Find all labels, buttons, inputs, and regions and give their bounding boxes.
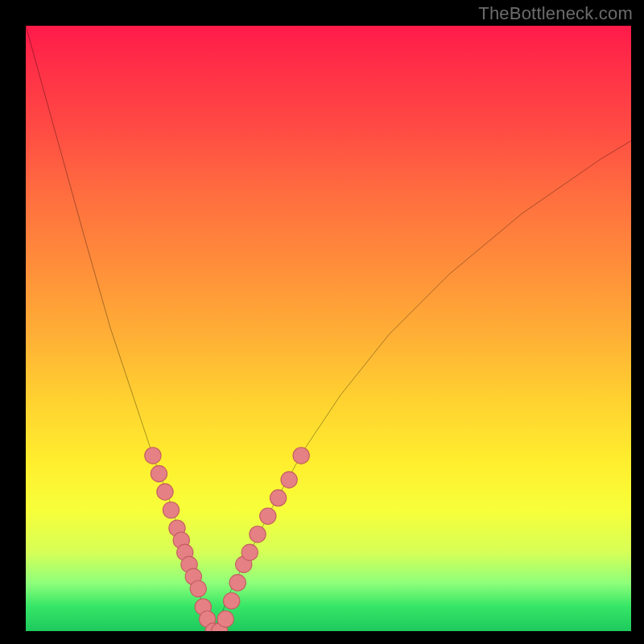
chart-frame: TheBottleneck.com [0, 0, 644, 644]
curve-marker [270, 489, 286, 506]
bottleneck-curve-path [26, 26, 631, 631]
curve-marker [145, 448, 161, 464]
curve-marker [293, 448, 309, 464]
watermark-text: TheBottleneck.com [478, 3, 633, 24]
curve-marker [217, 611, 233, 627]
curve-marker [242, 544, 258, 560]
bottleneck-curve-svg [26, 26, 631, 631]
curve-marker [151, 465, 167, 481]
curve-marker [190, 580, 206, 597]
curve-markers [145, 448, 310, 631]
curve-marker [281, 472, 297, 488]
curve-marker [250, 526, 266, 543]
plot-area [26, 26, 631, 631]
curve-marker [163, 502, 179, 518]
curve-marker [224, 592, 240, 609]
curve-marker [229, 575, 246, 591]
curve-marker [157, 484, 173, 500]
curve-marker [260, 508, 276, 524]
